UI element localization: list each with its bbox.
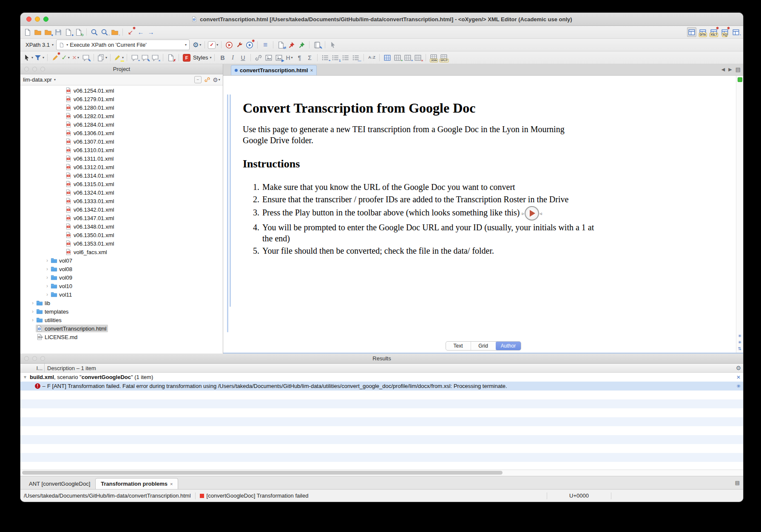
tree-item-v06.1353.01.xml[interactable]: v06.1353.01.xml [20,239,223,248]
minimize-window-button[interactable] [35,17,40,22]
tab-scroll-right-icon[interactable]: ▶ [728,67,732,72]
expand-chevron-icon[interactable]: › [44,258,50,263]
tree-item-v06.1347.01.xml[interactable]: v06.1347.01.xml [20,214,223,222]
collapse-chevron-icon[interactable]: ▼ [20,375,30,379]
join-cells-icon[interactable]: JOIN [429,52,438,62]
tree-item-v06.1312.01.xml[interactable]: v06.1312.01.xml [20,163,223,171]
author-caret-tool-icon[interactable]: ▾ [23,53,33,62]
tree-item-templates[interactable]: ›templates [20,307,223,316]
expand-chevron-icon[interactable]: › [30,317,36,323]
xpath-input[interactable]: ▾ Execute XPath on 'Current File' ▾ [56,40,190,50]
editor-scrollbar-rail[interactable] [736,76,743,353]
results-tab-list-icon[interactable]: ▤ [735,480,740,486]
expand-chevron-icon[interactable]: › [44,266,50,272]
split-cells-icon[interactable]: SPLIT [439,52,449,62]
results-settings-icon[interactable]: ⚙ [736,365,741,371]
author-editing-surface[interactable]: Convert Transcription from Google Doc Us… [223,76,743,353]
tree-item-vol6_facs.xml[interactable]: vol6_facs.xml [20,248,223,256]
italic[interactable]: I [228,53,237,62]
tree-item-v06.1348.01.xml[interactable]: v06.1348.01.xml [20,222,223,231]
sort[interactable]: A↓Z [367,53,376,62]
editor-tab-close-icon[interactable]: × [310,68,313,74]
reload-file-icon[interactable]: ↻ [74,27,83,37]
go-to-last-edit[interactable]: ↙✱ [126,27,135,37]
tree-item-v06.1342.01.xml[interactable]: v06.1342.01.xml [20,205,223,214]
xpath-settings[interactable]: ⚙▾ [192,40,202,50]
expand-chevron-icon[interactable]: › [44,292,50,297]
heading[interactable]: H▾ [284,53,294,62]
open-referenced-resource-icon[interactable]: ✎ [312,40,322,50]
scrollbar-thumb[interactable] [22,471,503,475]
reject-change[interactable]: ×▾ [71,53,80,62]
close-window-button[interactable] [26,17,31,22]
sync-selection-icon[interactable]: ✳ [738,334,741,338]
tree-item-v06.1311.01.xml[interactable]: v06.1311.01.xml [20,154,223,163]
expand-chevron-icon[interactable]: › [44,283,50,289]
insert-table-icon[interactable] [383,53,392,62]
severity-column-header[interactable]: I... [20,364,45,372]
perspective-database-icon[interactable]: ◔ [731,27,741,37]
profile-filter-icon[interactable]: ▾ [34,53,44,62]
tree-item-v06.1324.01.xml[interactable]: v06.1324.01.xml [20,188,223,197]
save-to-url-icon[interactable]: ● [64,27,73,37]
results-tab-ant-convertgoogledoc-[interactable]: ANT [convertGoogleDoc] [24,478,95,489]
configure-transformation-scenario-icon[interactable] [235,40,244,50]
open-folder-icon[interactable] [33,27,43,37]
tree-item-v06.1315.01.xml[interactable]: v06.1315.01.xml [20,180,223,188]
project-root-row[interactable]: lim-data.xpr ▾ − ⚙▾ [20,74,223,85]
tree-item-v06.1306.01.xml[interactable]: v06.1306.01.xml [20,129,223,137]
tree-item-v06.1279.01.xml[interactable]: v06.1279.01.xml [20,95,223,103]
link-with-editor-icon[interactable] [203,76,211,84]
perspective-xquery-debugger-icon[interactable]: ✱XQ [720,27,730,37]
search-icon[interactable] [90,27,99,37]
tree-item-v06.1280.01.xml[interactable]: v06.1280.01.xml [20,103,223,112]
pin-red-icon[interactable] [287,40,296,50]
mode-button-text[interactable]: Text [446,342,471,350]
perspective-editor-icon[interactable] [687,27,696,37]
validate-icon[interactable]: ✓▾ [208,40,218,50]
results-horizontal-scrollbar[interactable] [20,470,743,476]
tree-item-convertTranscription.html[interactable]: convertTranscription.html [20,324,223,333]
results-filter-icon[interactable]: ✳ [736,384,741,389]
project-settings-icon[interactable]: ⚙▾ [213,76,220,84]
perspective-dita-icon[interactable]: DITA [698,27,707,37]
select-tool-icon[interactable] [328,40,338,50]
accept-change[interactable]: ✓▾ [61,53,70,62]
editor-tab-convertTranscription[interactable]: convertTranscription.html × [231,65,317,75]
tree-item-LICENSE.md[interactable]: LICENSE.md [20,333,223,341]
xpath-version-label[interactable]: XPath 3.1 [25,42,51,48]
tree-item-v06.1307.01.xml[interactable]: v06.1307.01.xml [20,137,223,146]
track-changes-icon[interactable]: ✱ [51,53,60,62]
format-tag-icon[interactable]: F [182,53,191,62]
fold-bar-html[interactable] [227,94,228,332]
new-file-icon[interactable] [23,27,32,37]
tree-item-v06.1254.01.xml[interactable]: v06.1254.01.xml [20,86,223,95]
fold-bar-body[interactable] [230,94,231,307]
results-tab-transformation-problems[interactable]: Transformation problems× [95,478,178,489]
insert-media-icon[interactable]: ▶ [274,53,284,62]
expand-chevron-icon[interactable]: › [30,309,36,314]
tab-list-icon[interactable]: ▤ [735,66,741,73]
styles[interactable]: Styles▾ [192,53,211,62]
underline[interactable]: U [238,53,247,62]
tree-item-utilities[interactable]: ›utilities [20,316,223,324]
results-group-row[interactable]: ▼ build.xml, scenario "convertGoogleDoc"… [20,373,743,382]
collapse-all-icon[interactable]: − [194,76,202,83]
add-comment-icon[interactable]: + [130,53,139,62]
numbered-list-icon[interactable]: 1 [331,53,340,62]
results-error-row[interactable]: ! – F [ANT] Transformation failed. Fatal… [20,382,743,391]
tree-item-v06.1282.01.xml[interactable]: v06.1282.01.xml [20,112,223,120]
debug-scenario-icon[interactable]: ✱ [245,40,254,50]
edit-comment-icon[interactable]: ✎ [140,53,150,62]
apply-transformation-scenario-icon[interactable] [224,40,234,50]
tree-item-v06.1314.01.xml[interactable]: v06.1314.01.xml [20,171,223,180]
expand-chevron-icon[interactable]: › [44,275,50,280]
tree-item-vol07[interactable]: ›vol07 [20,256,223,265]
tab-close-icon[interactable]: × [170,481,173,487]
tree-item-vol10[interactable]: ›vol10 [20,282,223,290]
xpath-history-dropdown-icon[interactable]: ▾ [185,43,187,47]
remove-comment-icon[interactable]: × [150,53,160,62]
mode-button-grid[interactable]: Grid [471,342,496,350]
bold[interactable]: B [218,53,227,62]
insert-column-icon[interactable]: + [403,53,412,62]
